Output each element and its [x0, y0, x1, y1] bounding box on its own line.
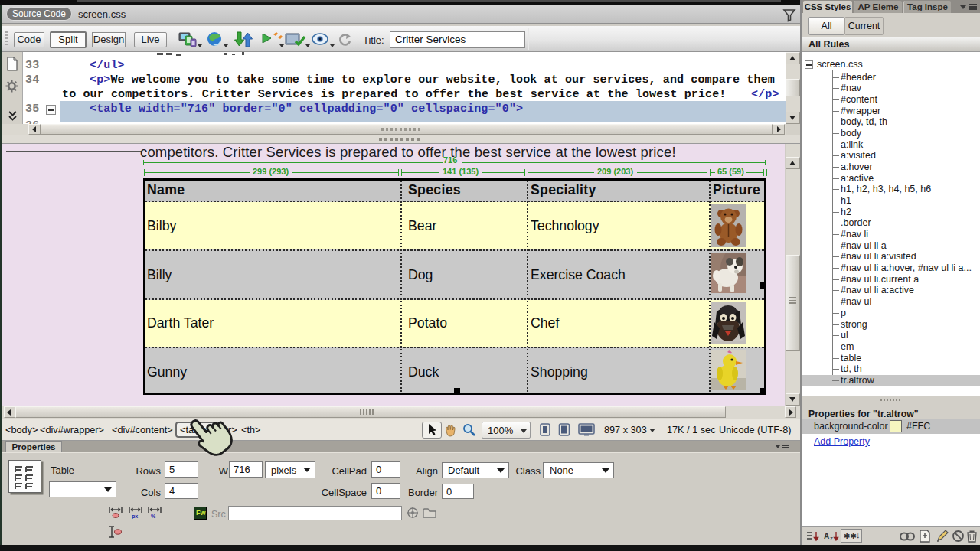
svg-text:z: z [830, 535, 833, 542]
svg-text:px: px [132, 514, 138, 519]
svg-text:%: % [151, 514, 156, 519]
svg-text:A: A [824, 532, 829, 540]
